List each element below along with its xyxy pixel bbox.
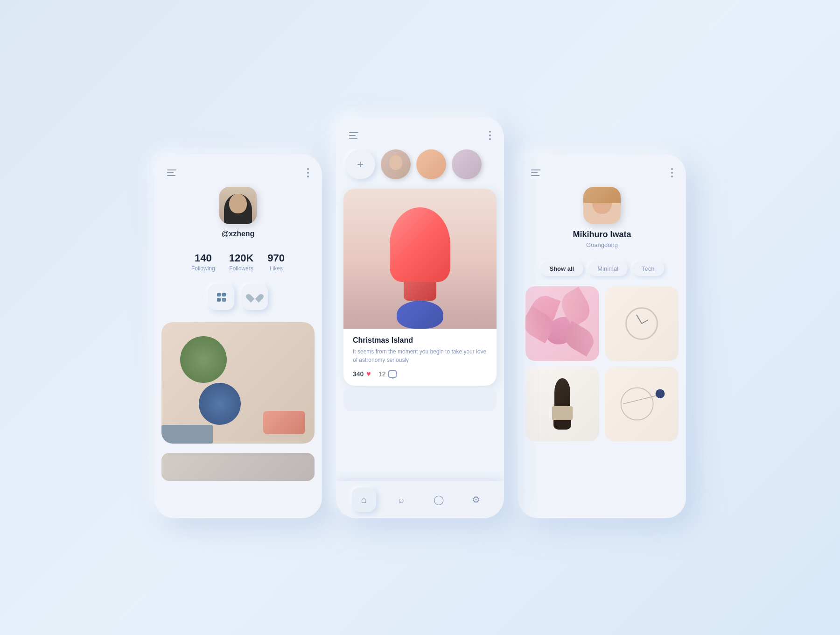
- speaker-base: [397, 301, 443, 329]
- profile-icon: ◯: [434, 494, 444, 505]
- filter-minimal[interactable]: Minimal: [588, 261, 628, 276]
- search-icon: ⌕: [399, 494, 404, 505]
- nav-search-button[interactable]: ⌕: [389, 487, 413, 512]
- menu-icon[interactable]: [167, 169, 176, 176]
- following-value: 140: [195, 252, 212, 264]
- add-story-button[interactable]: +: [345, 149, 375, 179]
- avatar-right: [583, 187, 621, 224]
- dark-obj-shape: [552, 378, 573, 430]
- svg-line-1: [623, 395, 660, 404]
- post-actions: 340 ♥ 12: [353, 370, 487, 378]
- speaker-shape: [390, 207, 450, 329]
- post-description: It seems from the moment you begin to ta…: [353, 347, 487, 364]
- stories-row: +: [336, 149, 504, 189]
- grid-view-button[interactable]: [208, 284, 234, 310]
- story-avatar-2[interactable]: [416, 149, 446, 179]
- followers-value: 120K: [229, 252, 254, 264]
- nav-profile-button[interactable]: ◯: [427, 487, 451, 512]
- nav-home-button[interactable]: ⌂: [352, 487, 376, 512]
- more-icon[interactable]: [307, 168, 309, 177]
- menu-icon-right[interactable]: [531, 169, 540, 176]
- like-number: 340: [353, 370, 364, 378]
- dark-obj-bot: [553, 420, 571, 430]
- user-name: Mikihuro Iwata: [573, 230, 631, 240]
- gallery-item-jewelry[interactable]: [605, 367, 679, 441]
- jewelry-image: [605, 367, 679, 441]
- dark-obj-image: [525, 367, 599, 441]
- post-title: Christmas Island: [353, 336, 487, 345]
- likes-label: Likes: [270, 265, 283, 272]
- truncated-card: [343, 388, 497, 411]
- speaker-neck: [404, 282, 436, 301]
- pink-rect-shape: [263, 411, 305, 434]
- post-card: Christmas Island It seems from the momen…: [343, 189, 497, 386]
- content-grid: [154, 318, 322, 448]
- profile-right: Mikihuro Iwata Guangdong: [518, 182, 686, 256]
- menu-icon-center[interactable]: [349, 132, 358, 139]
- green-circle-shape: [180, 336, 227, 383]
- blue-circle-shape: [199, 383, 241, 425]
- clock-image: [605, 286, 679, 361]
- bottom-nav: ⌂ ⌕ ◯ ⚙: [336, 481, 504, 518]
- filter-tabs: Show all Minimal Tech: [518, 256, 686, 282]
- nav-settings-button[interactable]: ⚙: [464, 487, 488, 512]
- center-header: [336, 117, 504, 149]
- clock-hand-minute: [642, 319, 649, 324]
- clock-hand-hour: [636, 314, 642, 324]
- comment-number: 12: [378, 370, 386, 378]
- stat-followers: 120K Followers: [229, 252, 254, 272]
- more-icon-center[interactable]: [489, 131, 491, 140]
- right-header: [518, 154, 686, 182]
- settings-icon: ⚙: [472, 494, 480, 505]
- like-count[interactable]: 340 ♥: [353, 370, 371, 378]
- gallery-item-clock[interactable]: [605, 286, 679, 361]
- phone-right: Mikihuro Iwata Guangdong Show all Minima…: [518, 154, 686, 518]
- gallery-item-dark-obj[interactable]: [525, 367, 599, 441]
- gallery-item-petals[interactable]: [525, 286, 599, 361]
- filter-tech[interactable]: Tech: [632, 261, 664, 276]
- avatar: [219, 187, 257, 224]
- story-avatar-3[interactable]: [452, 149, 482, 179]
- liked-button[interactable]: [242, 284, 268, 310]
- phones-container: @xzheng 140 Following 120K Followers 970…: [135, 98, 705, 537]
- gallery-grid: [518, 282, 686, 446]
- speaker-top: [390, 207, 450, 282]
- stats-row: 140 Following 120K Followers 970 Likes: [154, 247, 322, 276]
- more-icon-right[interactable]: [671, 168, 673, 177]
- likes-value: 970: [267, 252, 285, 264]
- post-image: [343, 189, 497, 329]
- stat-following: 140 Following: [191, 252, 215, 272]
- grid-icon: [217, 293, 226, 302]
- stat-likes: 970 Likes: [267, 252, 285, 272]
- story-avatar-1[interactable]: [381, 149, 411, 179]
- user-location: Guangdong: [586, 241, 618, 248]
- following-label: Following: [191, 265, 215, 272]
- post-info: Christmas Island It seems from the momen…: [343, 329, 497, 386]
- clock-shape: [625, 307, 658, 340]
- followers-label: Followers: [229, 265, 253, 272]
- profile-section: @xzheng: [154, 182, 322, 247]
- home-icon: ⌂: [361, 494, 367, 505]
- dark-obj-top: [554, 378, 570, 406]
- svg-point-2: [656, 389, 665, 398]
- heart-icon-red: ♥: [366, 370, 371, 378]
- svg-point-0: [621, 388, 653, 420]
- comment-icon: [388, 370, 397, 378]
- gray-rect-shape: [161, 425, 213, 444]
- filter-showall[interactable]: Show all: [540, 261, 584, 276]
- heart-icon: [250, 292, 259, 302]
- username: @xzheng: [222, 230, 255, 238]
- comment-count[interactable]: 12: [378, 370, 397, 378]
- phone-center: + Christmas Island It seems from the mom…: [336, 117, 504, 518]
- dark-obj-mid: [552, 406, 573, 420]
- featured-image: [161, 322, 315, 444]
- action-buttons: [154, 276, 322, 318]
- phone-left: @xzheng 140 Following 120K Followers 970…: [154, 154, 322, 518]
- petals-image: [525, 286, 599, 361]
- left-header: [154, 154, 322, 182]
